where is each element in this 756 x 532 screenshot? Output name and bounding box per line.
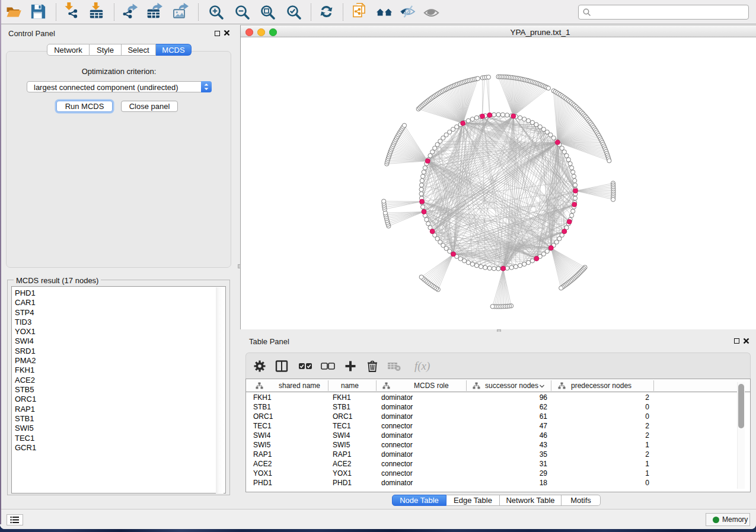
svg-text:f(x): f(x) [414, 360, 430, 373]
